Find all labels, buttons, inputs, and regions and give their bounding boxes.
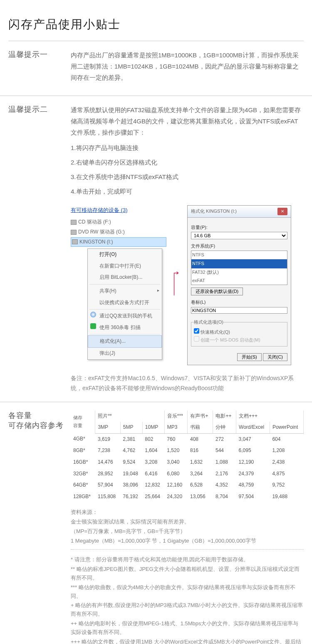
tip-2-step-1: 1.将闪存产品与电脑连接 [71,142,304,153]
th-music: 音乐*** [164,410,188,422]
screenshot-row: 有可移动存储的设备 (3) CD 驱动器 (F:) DVD RW 驱动器 (G:… [71,205,304,365]
th-sub: 书籍 [188,422,213,433]
volume-label: 卷标(L) [191,298,287,307]
tip-2-step-2: 2.右键单击闪存分区选择格式化 [71,157,304,168]
tip-2-step-4: 4.单击开始，完成即可 [71,186,304,197]
th-document: 文档+++ [236,410,304,422]
disc-icon [71,220,77,225]
tip-2-intro: 通常系统默认使用的FAT32磁盘系统支持单个文件的容量上限为4GB，如果您需要存… [71,104,304,138]
close-dialog-button[interactable]: 关闭(C) [263,353,287,361]
table-row: 16GB*14,4769,5243,2083,0401,6321,08812,1… [71,457,304,468]
table-row: 64GB*57,90438,09612,83212,1606,5284,3524… [71,479,304,491]
ctx-format[interactable]: 格式化(A)... [88,335,162,348]
ctx-share[interactable]: 共享(H) [88,285,162,297]
th-photo: 照片** [95,410,164,422]
table-row: 8GB*7,2384,7621,6041,5208165446,0951,208 [71,445,304,457]
storage-table: 储存 容量 照片** 音乐*** 有声书+ 电影++ 文档+++ 3MP5MP1… [71,410,304,503]
th-sub: PowerPoint [270,422,303,433]
th-audiobook: 有声书+ [188,410,213,422]
shield-icon [90,323,96,329]
th-sub: 3MP [95,422,120,433]
tip-1-label: 温馨提示一 [8,49,71,87]
th-capacity: 储存 容量 [71,410,95,434]
msdos-checkbox[interactable]: 创建一个 MS-DOS 启动盘(M) [194,336,285,344]
close-button[interactable]: ✕ [277,208,287,215]
tip-2-label: 温馨提示二 [8,104,71,393]
ctx-eject[interactable]: 弹出(J) [88,348,162,359]
th-sub: 10MP [142,422,164,433]
format-options-legend: 格式化选项(O) [194,318,223,327]
device-dvd[interactable]: DVD RW 驱动器 (G:) [71,227,166,237]
ctx-open-new[interactable]: 在新窗口中打开(E) [88,261,162,272]
device-kingston[interactable]: KINGSTON (I:) [71,237,166,247]
tip-2-step-3: 3.在文件系统中选择NTFS或exFAT格式 [71,171,304,182]
table-row: 32GB*28,95219,0486,4166,0803,2642,17624,… [71,468,304,480]
disc-icon [71,230,77,235]
context-menu: 打开(O) 在新窗口中打开(E) 启用 BitLocker(B)... 共享(H… [87,248,162,359]
explorer-header: 有可移动存储的设备 (3) [71,205,166,215]
footnotes: * 请注意：部分容量将用于格式化和其他功能使用,因此不能用于数据存储。** 略估… [71,556,304,644]
th-sub: 5MP [120,422,142,433]
ctx-360[interactable]: 使用 360杀毒 扫描 [88,322,162,334]
th-sub: 分钟 [213,422,236,433]
explorer-panel: 有可移动存储的设备 (3) CD 驱动器 (F:) DVD RW 驱动器 (G:… [71,205,166,360]
filesystem-ntfs-selected[interactable]: NTFS [191,259,287,268]
start-button[interactable]: 开始(S) [237,353,262,361]
arrow-icon [171,271,183,299]
source-notes: 资料来源：金士顿实验室测试结果，实际情况可能有所差异。（MP=百万像素，MB=兆… [71,508,304,545]
capacity-label: 容量(P): [191,224,287,232]
table-row: 128GB*115,80876,19225,66424,32013,0568,7… [71,491,304,503]
device-cd[interactable]: CD 驱动器 (F:) [71,217,166,227]
ctx-qq[interactable]: 通过QQ发送到我的手机 [88,310,162,322]
th-sub: MP3 [164,422,188,433]
usb-icon [72,239,78,244]
ctx-portable[interactable]: 以便携式设备方式打开 [88,297,162,309]
filesystem-dropdown[interactable]: NTFS NTFS FAT32 (默认) exFAT [191,251,287,285]
tip-1-text: 内存产品出厂的容量通常是按照1MB=1000KB，1GB=1000MB计算，而操… [71,49,304,83]
th-sub: Word/Excel [236,422,270,433]
qq-icon [90,312,96,317]
storage-label: 各容量 可存储内容参考 [8,410,71,644]
table-row: 4GB*3,6192,3818027604082723,047604 [71,433,304,445]
ctx-open[interactable]: 打开(O) [88,249,162,261]
storage-section: 各容量 可存储内容参考 储存 容量 照片** 音乐*** 有声书+ 电影++ 文… [0,402,312,644]
volume-input[interactable] [191,307,287,314]
format-dialog: 格式化 KINGSTON (I:) ✕ 容量(P): 14.6 GB 文件系统(… [187,205,291,365]
tip-1-section: 温馨提示一 内存产品出厂的容量通常是按照1MB=1000KB，1GB=1000M… [0,41,312,96]
capacity-select[interactable]: 14.6 GB [191,232,287,239]
page-title: 闪存产品使用小贴士 [0,0,312,41]
tip-2-note: 备注：exFAT文件支持Mac10.6.5、Windows7、VISTA和安装了… [71,374,304,393]
dialog-title: 格式化 KINGSTON (I:) [191,207,237,216]
th-movie: 电影++ [213,410,236,422]
ctx-bitlocker[interactable]: 启用 BitLocker(B)... [88,272,162,283]
filesystem-label: 文件系统(F) [191,242,287,251]
tip-2-section: 温馨提示二 通常系统默认使用的FAT32磁盘系统支持单个文件的容量上限为4GB，… [0,96,312,402]
restore-defaults-button[interactable]: 还原设备的默认值(D) [191,288,243,295]
quick-format-checkbox[interactable]: 快速格式化(Q) [194,328,285,337]
